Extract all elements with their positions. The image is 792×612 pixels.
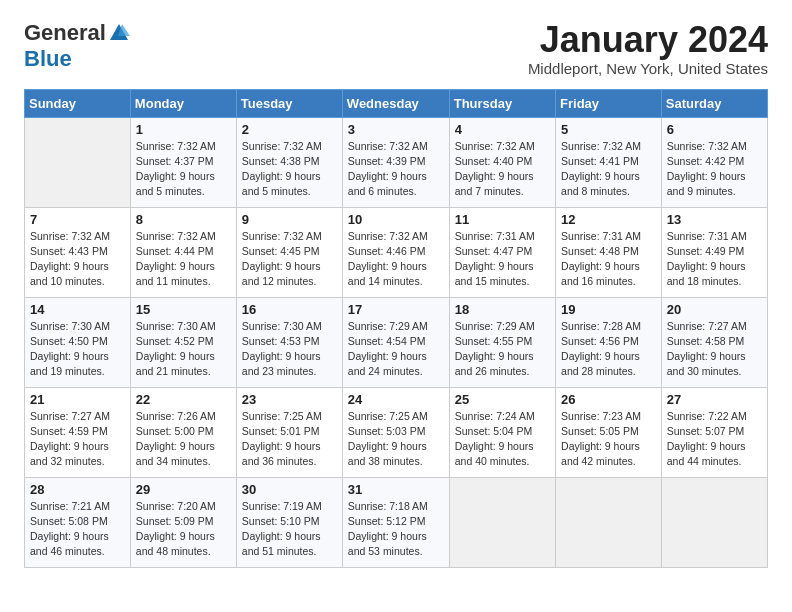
header-cell-tuesday: Tuesday bbox=[236, 89, 342, 117]
header-cell-friday: Friday bbox=[556, 89, 662, 117]
calendar-cell: 26Sunrise: 7:23 AM Sunset: 5:05 PM Dayli… bbox=[556, 387, 662, 477]
day-number: 11 bbox=[455, 212, 550, 227]
day-number: 2 bbox=[242, 122, 337, 137]
calendar-cell: 22Sunrise: 7:26 AM Sunset: 5:00 PM Dayli… bbox=[130, 387, 236, 477]
week-row-1: 1Sunrise: 7:32 AM Sunset: 4:37 PM Daylig… bbox=[25, 117, 768, 207]
day-number: 22 bbox=[136, 392, 231, 407]
week-row-3: 14Sunrise: 7:30 AM Sunset: 4:50 PM Dayli… bbox=[25, 297, 768, 387]
day-info: Sunrise: 7:32 AM Sunset: 4:41 PM Dayligh… bbox=[561, 139, 656, 200]
calendar-cell: 1Sunrise: 7:32 AM Sunset: 4:37 PM Daylig… bbox=[130, 117, 236, 207]
day-number: 14 bbox=[30, 302, 125, 317]
calendar-cell: 10Sunrise: 7:32 AM Sunset: 4:46 PM Dayli… bbox=[342, 207, 449, 297]
calendar-cell: 2Sunrise: 7:32 AM Sunset: 4:38 PM Daylig… bbox=[236, 117, 342, 207]
calendar-cell: 12Sunrise: 7:31 AM Sunset: 4:48 PM Dayli… bbox=[556, 207, 662, 297]
day-info: Sunrise: 7:25 AM Sunset: 5:03 PM Dayligh… bbox=[348, 409, 444, 470]
calendar-cell: 21Sunrise: 7:27 AM Sunset: 4:59 PM Dayli… bbox=[25, 387, 131, 477]
day-number: 12 bbox=[561, 212, 656, 227]
day-info: Sunrise: 7:31 AM Sunset: 4:47 PM Dayligh… bbox=[455, 229, 550, 290]
calendar-cell: 30Sunrise: 7:19 AM Sunset: 5:10 PM Dayli… bbox=[236, 477, 342, 567]
week-row-5: 28Sunrise: 7:21 AM Sunset: 5:08 PM Dayli… bbox=[25, 477, 768, 567]
calendar-cell: 14Sunrise: 7:30 AM Sunset: 4:50 PM Dayli… bbox=[25, 297, 131, 387]
day-info: Sunrise: 7:32 AM Sunset: 4:45 PM Dayligh… bbox=[242, 229, 337, 290]
day-info: Sunrise: 7:32 AM Sunset: 4:38 PM Dayligh… bbox=[242, 139, 337, 200]
month-title: January 2024 bbox=[528, 20, 768, 60]
day-info: Sunrise: 7:22 AM Sunset: 5:07 PM Dayligh… bbox=[667, 409, 762, 470]
day-number: 27 bbox=[667, 392, 762, 407]
day-number: 18 bbox=[455, 302, 550, 317]
day-info: Sunrise: 7:29 AM Sunset: 4:54 PM Dayligh… bbox=[348, 319, 444, 380]
calendar-cell: 23Sunrise: 7:25 AM Sunset: 5:01 PM Dayli… bbox=[236, 387, 342, 477]
day-number: 6 bbox=[667, 122, 762, 137]
day-info: Sunrise: 7:32 AM Sunset: 4:42 PM Dayligh… bbox=[667, 139, 762, 200]
calendar-cell: 31Sunrise: 7:18 AM Sunset: 5:12 PM Dayli… bbox=[342, 477, 449, 567]
logo: General Blue bbox=[24, 20, 130, 72]
calendar-cell: 4Sunrise: 7:32 AM Sunset: 4:40 PM Daylig… bbox=[449, 117, 555, 207]
calendar-cell bbox=[556, 477, 662, 567]
day-number: 15 bbox=[136, 302, 231, 317]
calendar-cell: 8Sunrise: 7:32 AM Sunset: 4:44 PM Daylig… bbox=[130, 207, 236, 297]
day-number: 1 bbox=[136, 122, 231, 137]
logo-icon bbox=[108, 22, 130, 44]
day-number: 13 bbox=[667, 212, 762, 227]
day-number: 17 bbox=[348, 302, 444, 317]
day-info: Sunrise: 7:28 AM Sunset: 4:56 PM Dayligh… bbox=[561, 319, 656, 380]
day-info: Sunrise: 7:31 AM Sunset: 4:48 PM Dayligh… bbox=[561, 229, 656, 290]
header-cell-sunday: Sunday bbox=[25, 89, 131, 117]
header-cell-monday: Monday bbox=[130, 89, 236, 117]
day-info: Sunrise: 7:32 AM Sunset: 4:37 PM Dayligh… bbox=[136, 139, 231, 200]
calendar-cell bbox=[25, 117, 131, 207]
header-cell-wednesday: Wednesday bbox=[342, 89, 449, 117]
day-info: Sunrise: 7:31 AM Sunset: 4:49 PM Dayligh… bbox=[667, 229, 762, 290]
day-number: 16 bbox=[242, 302, 337, 317]
title-section: January 2024 Middleport, New York, Unite… bbox=[528, 20, 768, 77]
day-info: Sunrise: 7:32 AM Sunset: 4:44 PM Dayligh… bbox=[136, 229, 231, 290]
day-number: 19 bbox=[561, 302, 656, 317]
calendar-cell: 15Sunrise: 7:30 AM Sunset: 4:52 PM Dayli… bbox=[130, 297, 236, 387]
calendar-cell: 19Sunrise: 7:28 AM Sunset: 4:56 PM Dayli… bbox=[556, 297, 662, 387]
day-number: 20 bbox=[667, 302, 762, 317]
day-info: Sunrise: 7:30 AM Sunset: 4:50 PM Dayligh… bbox=[30, 319, 125, 380]
day-info: Sunrise: 7:32 AM Sunset: 4:39 PM Dayligh… bbox=[348, 139, 444, 200]
day-number: 4 bbox=[455, 122, 550, 137]
day-number: 24 bbox=[348, 392, 444, 407]
day-number: 5 bbox=[561, 122, 656, 137]
day-info: Sunrise: 7:24 AM Sunset: 5:04 PM Dayligh… bbox=[455, 409, 550, 470]
day-info: Sunrise: 7:27 AM Sunset: 4:58 PM Dayligh… bbox=[667, 319, 762, 380]
day-number: 30 bbox=[242, 482, 337, 497]
day-info: Sunrise: 7:26 AM Sunset: 5:00 PM Dayligh… bbox=[136, 409, 231, 470]
calendar-cell: 6Sunrise: 7:32 AM Sunset: 4:42 PM Daylig… bbox=[661, 117, 767, 207]
day-info: Sunrise: 7:20 AM Sunset: 5:09 PM Dayligh… bbox=[136, 499, 231, 560]
day-info: Sunrise: 7:32 AM Sunset: 4:40 PM Dayligh… bbox=[455, 139, 550, 200]
calendar-cell: 18Sunrise: 7:29 AM Sunset: 4:55 PM Dayli… bbox=[449, 297, 555, 387]
day-info: Sunrise: 7:32 AM Sunset: 4:46 PM Dayligh… bbox=[348, 229, 444, 290]
calendar-cell: 3Sunrise: 7:32 AM Sunset: 4:39 PM Daylig… bbox=[342, 117, 449, 207]
day-number: 7 bbox=[30, 212, 125, 227]
calendar-cell bbox=[449, 477, 555, 567]
day-info: Sunrise: 7:25 AM Sunset: 5:01 PM Dayligh… bbox=[242, 409, 337, 470]
calendar-cell: 11Sunrise: 7:31 AM Sunset: 4:47 PM Dayli… bbox=[449, 207, 555, 297]
day-number: 28 bbox=[30, 482, 125, 497]
day-info: Sunrise: 7:30 AM Sunset: 4:52 PM Dayligh… bbox=[136, 319, 231, 380]
calendar-cell: 20Sunrise: 7:27 AM Sunset: 4:58 PM Dayli… bbox=[661, 297, 767, 387]
day-info: Sunrise: 7:29 AM Sunset: 4:55 PM Dayligh… bbox=[455, 319, 550, 380]
day-info: Sunrise: 7:23 AM Sunset: 5:05 PM Dayligh… bbox=[561, 409, 656, 470]
day-number: 3 bbox=[348, 122, 444, 137]
header-cell-thursday: Thursday bbox=[449, 89, 555, 117]
day-number: 29 bbox=[136, 482, 231, 497]
day-number: 8 bbox=[136, 212, 231, 227]
calendar-cell bbox=[661, 477, 767, 567]
calendar-cell: 7Sunrise: 7:32 AM Sunset: 4:43 PM Daylig… bbox=[25, 207, 131, 297]
logo-general-text: General bbox=[24, 20, 106, 46]
day-info: Sunrise: 7:21 AM Sunset: 5:08 PM Dayligh… bbox=[30, 499, 125, 560]
calendar-cell: 25Sunrise: 7:24 AM Sunset: 5:04 PM Dayli… bbox=[449, 387, 555, 477]
calendar-cell: 13Sunrise: 7:31 AM Sunset: 4:49 PM Dayli… bbox=[661, 207, 767, 297]
page-header: General Blue January 2024 Middleport, Ne… bbox=[24, 20, 768, 77]
day-number: 21 bbox=[30, 392, 125, 407]
calendar-cell: 16Sunrise: 7:30 AM Sunset: 4:53 PM Dayli… bbox=[236, 297, 342, 387]
day-number: 31 bbox=[348, 482, 444, 497]
logo-blue-text: Blue bbox=[24, 46, 72, 72]
header-cell-saturday: Saturday bbox=[661, 89, 767, 117]
day-number: 23 bbox=[242, 392, 337, 407]
day-number: 9 bbox=[242, 212, 337, 227]
calendar-cell: 17Sunrise: 7:29 AM Sunset: 4:54 PM Dayli… bbox=[342, 297, 449, 387]
